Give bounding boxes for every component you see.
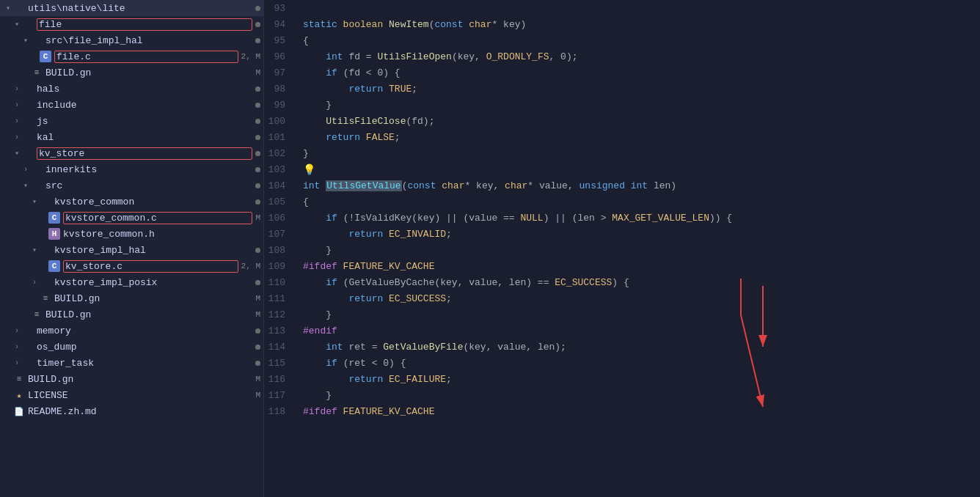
token: if — [326, 67, 343, 78]
code-line: 93 — [264, 0, 980, 16]
folder-icon — [22, 115, 34, 127]
sidebar-item-include[interactable]: › include — [0, 97, 263, 113]
code-line: 97 if (fd < 0) { — [264, 65, 980, 81]
line-number: 106 — [264, 210, 297, 226]
token: EC_SUCCESS — [555, 277, 612, 288]
line-content: #endif — [297, 323, 980, 339]
token: ) || (len > — [544, 213, 612, 224]
sidebar-item-innerkits[interactable]: › innerkits — [0, 161, 263, 177]
build-icon: ≡ — [31, 309, 43, 320]
file-badge: M — [255, 375, 260, 383]
folder-icon — [22, 341, 34, 353]
line-content: #ifdef FEATURE_KV_CACHE — [297, 403, 980, 419]
sidebar-item-kvstore-common-c[interactable]: Ckvstore_common.cM — [0, 210, 263, 226]
code-line: 95{ — [264, 32, 980, 48]
token: } — [326, 390, 332, 401]
status-dot — [255, 280, 260, 285]
line-content: return FALSE; — [297, 129, 980, 145]
code-line: 103💡 — [264, 161, 980, 177]
token: UtilsFileOpen — [377, 51, 451, 62]
token: int — [326, 342, 348, 353]
lightbulb-icon[interactable]: 💡 — [303, 164, 315, 176]
code-line: 115 if (ret < 0) { — [264, 355, 980, 371]
line-number: 108 — [264, 242, 297, 258]
status-dot — [255, 86, 260, 92]
sidebar-item-kvstore-common-h[interactable]: Hkvstore_common.h — [0, 226, 263, 242]
c-file-icon: C — [48, 212, 60, 224]
token — [303, 100, 326, 111]
sidebar-item-kv-store-c[interactable]: Ckv_store.c2, M — [0, 258, 263, 274]
sidebar-item-memory[interactable]: › memory — [0, 323, 263, 339]
status-dot — [255, 119, 260, 124]
status-dot — [255, 345, 260, 350]
sidebar-item-timer-task[interactable]: › timer_task — [0, 355, 263, 371]
sidebar-item-src[interactable]: ▾ src — [0, 177, 263, 194]
file-badge: M — [255, 213, 260, 222]
token: (ret < 0) { — [343, 358, 406, 369]
status-dot — [255, 183, 260, 188]
token: #endif — [303, 325, 337, 336]
sidebar-item-build-gn-3[interactable]: ≡BUILD.gnM — [0, 306, 263, 323]
token: fd — [348, 51, 360, 62]
spacer — [29, 51, 40, 62]
sidebar-item-kvstore-impl-hal[interactable]: ▾ kvstore_impl_hal — [0, 242, 263, 258]
status-dot — [255, 361, 260, 366]
spacer — [38, 213, 48, 223]
sidebar-item-license[interactable]: ★LICENSEM — [0, 387, 263, 403]
status-dot — [255, 248, 260, 253]
folder-icon — [31, 163, 43, 175]
license-icon: ★ — [13, 389, 25, 401]
spacer — [21, 309, 31, 320]
sidebar-item-kvstore-common[interactable]: ▾ kvstore_common — [0, 194, 263, 210]
sidebar-label: src\file_impl_hal — [45, 35, 252, 46]
sidebar-label: include — [37, 100, 252, 111]
sidebar-label: timer_task — [37, 358, 252, 369]
line-content: #ifdef FEATURE_KV_CACHE — [297, 258, 980, 274]
sidebar-label: kvstore_common — [54, 196, 252, 207]
folder-icon — [22, 99, 34, 111]
build-icon: ≡ — [13, 373, 25, 385]
token — [303, 67, 326, 78]
code-line: 105{ — [264, 194, 980, 210]
file-badge: 2, M — [241, 262, 260, 270]
token: len) — [654, 180, 676, 191]
sidebar-item-file[interactable]: ▾ file — [0, 16, 263, 32]
file-badge: 2, M — [241, 52, 260, 61]
token: { — [303, 196, 309, 207]
sidebar-label: LICENSE — [28, 390, 252, 401]
token: if — [326, 358, 343, 369]
token — [303, 390, 326, 401]
chevron-right-icon: › — [12, 84, 22, 94]
token: )) { — [709, 213, 732, 224]
sidebar-item-src-file-impl-hal[interactable]: ▾ src\file_impl_hal — [0, 32, 263, 48]
sidebar-item-kal[interactable]: › kal — [0, 129, 263, 145]
sidebar-label: kv_store — [37, 147, 252, 160]
sidebar-item-readme[interactable]: 📄README.zh.md — [0, 403, 263, 419]
sidebar-item-os-dump[interactable]: › os_dump — [0, 339, 263, 355]
status-dot — [255, 6, 260, 11]
chevron-right-icon: › — [12, 132, 22, 142]
sidebar-item-build-gn-2[interactable]: ≡BUILD.gnM — [0, 290, 263, 306]
status-dot — [255, 135, 260, 140]
code-line: 101 return FALSE; — [264, 129, 980, 145]
folder-icon — [22, 357, 34, 369]
sidebar-item-kvstore-impl-posix[interactable]: › kvstore_impl_posix — [0, 274, 263, 290]
sidebar-item-build-gn-main[interactable]: ≡BUILD.gnM — [0, 371, 263, 387]
line-content: int fd = UtilsFileOpen(key, O_RDONLY_FS,… — [297, 48, 980, 65]
sidebar-item-file-c[interactable]: Cfile.c2, M — [0, 48, 263, 65]
sidebar-item-utils-native-lite[interactable]: ▾ utils\native\lite — [0, 0, 263, 16]
token: * key) — [491, 19, 526, 30]
sidebar-item-js[interactable]: › js — [0, 113, 263, 129]
line-number: 101 — [264, 129, 297, 145]
line-content: } — [297, 97, 980, 113]
sidebar-item-kv-store[interactable]: ▾ kv_store — [0, 145, 263, 161]
status-dot — [255, 328, 260, 334]
sidebar-label: kal — [37, 132, 252, 143]
code-line: 99 } — [264, 97, 980, 113]
status-dot — [255, 38, 260, 43]
sidebar-label: BUILD.gn — [54, 293, 252, 304]
sidebar-item-build-gn-1[interactable]: ≡BUILD.gnM — [0, 65, 263, 81]
spacer — [29, 293, 40, 303]
sidebar-item-hals[interactable]: › hals — [0, 81, 263, 97]
code-line: 104int UtilsGetValue(const char* key, ch… — [264, 177, 980, 194]
